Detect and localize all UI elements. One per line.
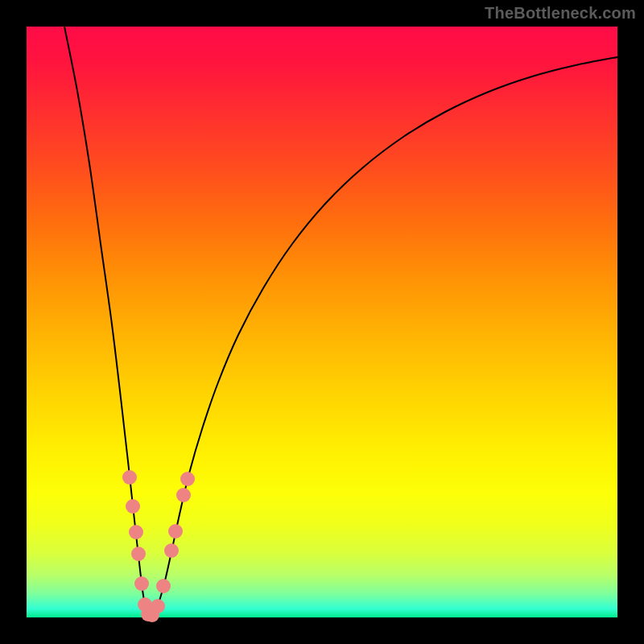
series-right-branch [152, 57, 617, 617]
marker-dot [176, 488, 191, 502]
plot-area [27, 27, 617, 617]
marker-group [122, 470, 195, 622]
marker-dot [168, 524, 183, 539]
chart-stage: TheBottleneck.com [0, 0, 644, 644]
curve-right-branch [152, 57, 617, 617]
marker-dot [131, 547, 146, 561]
marker-dot [156, 579, 171, 593]
marker-dot [122, 470, 137, 485]
marker-dot [126, 499, 140, 514]
marker-dot [129, 525, 143, 539]
marker-dot [164, 543, 179, 558]
watermark-label: TheBottleneck.com [485, 5, 636, 21]
marker-dot [151, 599, 165, 613]
marker-dot [180, 472, 195, 486]
chart-svg [27, 27, 617, 617]
marker-dot [134, 576, 149, 591]
